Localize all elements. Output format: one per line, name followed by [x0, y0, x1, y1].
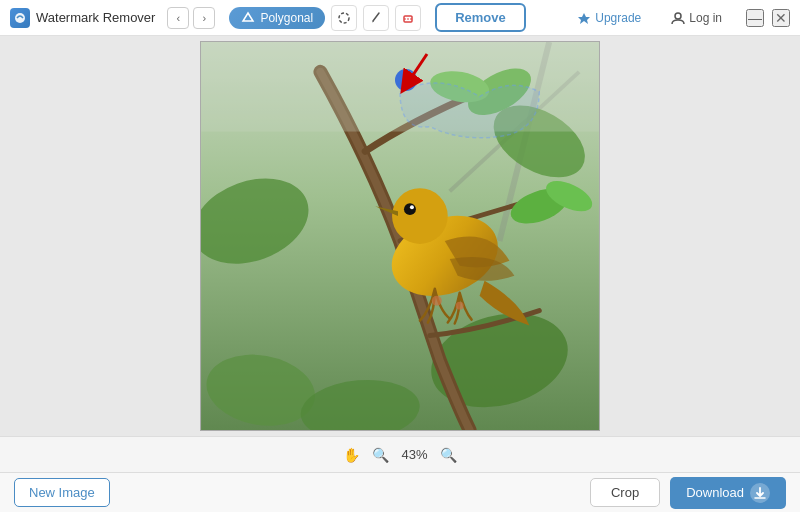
svg-point-21	[392, 188, 448, 244]
title-bar: Watermark Remover ‹ › Polygonal	[0, 0, 800, 36]
bottom-bar: New Image Crop Download	[0, 472, 800, 512]
bottom-right-actions: Crop Download	[590, 477, 786, 509]
close-button[interactable]: ✕	[772, 9, 790, 27]
brush-tool-button[interactable]	[363, 5, 389, 31]
main-content: 2	[0, 36, 800, 436]
bird-image[interactable]	[200, 41, 600, 431]
app-title: Watermark Remover	[36, 10, 155, 25]
nav-buttons: ‹ ›	[167, 7, 215, 29]
svg-point-24	[432, 296, 442, 306]
svg-marker-6	[578, 13, 590, 24]
svg-marker-1	[243, 13, 253, 21]
zoom-out-icon[interactable]: 🔍	[440, 447, 457, 463]
zoom-level-display: 43%	[401, 447, 427, 462]
hand-tool-icon[interactable]: ✋	[343, 447, 360, 463]
window-controls: — ✕	[746, 9, 790, 27]
tool-group: Polygonal	[229, 5, 421, 31]
svg-point-23	[410, 205, 414, 209]
minimize-button[interactable]: —	[746, 9, 764, 27]
app-logo-icon	[10, 8, 30, 28]
forward-button[interactable]: ›	[193, 7, 215, 29]
polygonal-tool-button[interactable]: Polygonal	[229, 7, 325, 29]
login-button[interactable]: Log in	[661, 7, 732, 29]
eraser-icon	[401, 11, 415, 25]
lasso-icon	[337, 11, 351, 25]
svg-point-7	[675, 13, 681, 19]
lasso-tool-button[interactable]	[331, 5, 357, 31]
back-button[interactable]: ‹	[167, 7, 189, 29]
image-container: 2	[200, 41, 600, 431]
zoom-bar: ✋ 🔍 43% 🔍	[0, 436, 800, 472]
brush-icon	[369, 11, 383, 25]
svg-point-2	[339, 13, 349, 23]
svg-point-25	[456, 302, 464, 310]
new-image-button[interactable]: New Image	[14, 478, 110, 507]
download-button[interactable]: Download	[670, 477, 786, 509]
polygonal-icon	[241, 11, 255, 25]
remove-button[interactable]: Remove	[435, 3, 526, 32]
eraser-tool-button[interactable]	[395, 5, 421, 31]
selection-count-badge: 2	[395, 69, 417, 91]
crop-button[interactable]: Crop	[590, 478, 660, 507]
upgrade-button[interactable]: Upgrade	[567, 7, 651, 29]
download-icon	[750, 483, 770, 503]
title-bar-left: Watermark Remover ‹ › Polygonal	[10, 3, 559, 32]
user-icon	[671, 11, 685, 25]
svg-point-22	[404, 203, 416, 215]
zoom-in-icon[interactable]: 🔍	[372, 447, 389, 463]
upgrade-icon	[577, 11, 591, 25]
svg-line-3	[373, 13, 379, 21]
title-bar-right: Upgrade Log in — ✕	[567, 7, 790, 29]
svg-point-0	[15, 13, 25, 23]
